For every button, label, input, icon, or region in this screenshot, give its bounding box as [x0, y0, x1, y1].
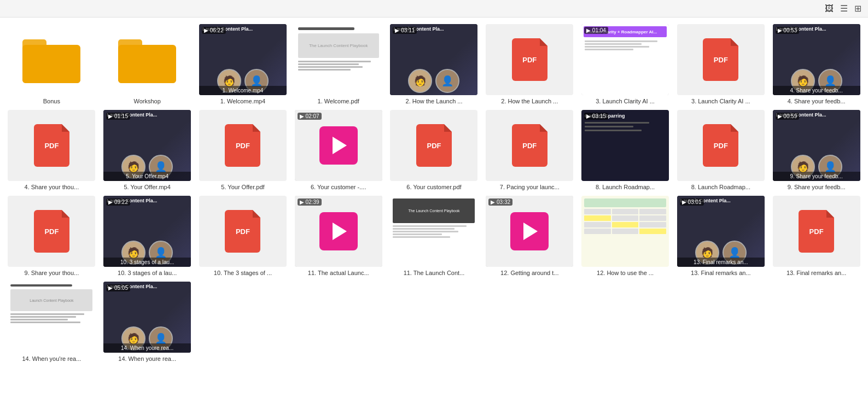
file-item[interactable]: Launch Content Pla... 🧑 👤 14. When youre… — [102, 282, 193, 362]
file-label: 4. Share your thou... — [25, 184, 79, 190]
file-label: 8. Launch Roadmap... — [596, 184, 655, 190]
file-item[interactable]: Launch Clarity + Roadmapper AI... ▶ 01:0… — [580, 24, 671, 104]
file-item[interactable]: Bonus — [7, 24, 97, 104]
file-item[interactable]: PDF 10. The 3 stages of ... — [198, 196, 288, 276]
file-item[interactable]: The Launch Content Playbook 1. Welcome.p… — [293, 24, 383, 104]
file-item[interactable]: PDF 8. Launch Roadmap... — [675, 110, 766, 190]
file-label: 3. Launch Clarity AI ... — [691, 98, 750, 104]
header: 🖼 ☰ ⊞ — [0, 0, 868, 17]
file-label: 5. Your Offer.pdf — [221, 184, 264, 190]
file-label: 1. Welcome.pdf — [318, 98, 359, 104]
svg-rect-5 — [118, 47, 176, 83]
file-label: 13. Final remarks an... — [691, 270, 750, 276]
file-item[interactable]: Launch Content Pla... 🧑 👤 1. Welcome.mp4… — [198, 24, 288, 104]
file-item[interactable]: ▶ 02:39 11. The actual Launc... — [293, 196, 383, 276]
file-grid: Bonus Workshop Launch Content Pla... 🧑 👤… — [7, 24, 861, 362]
file-label: 6. Your customer.pdf — [406, 184, 461, 190]
file-item[interactable]: Launch Content Pla... 🧑 👤 9. Share your … — [771, 110, 861, 190]
grid-wrap: Bonus Workshop Launch Content Pla... 🧑 👤… — [0, 17, 868, 403]
file-label: 7. Pacing your launc... — [500, 184, 560, 190]
file-item[interactable]: The Launch Content Playbook 11. The Laun… — [389, 196, 479, 276]
file-label: 10. 3 stages of a lau... — [118, 270, 177, 276]
file-item[interactable]: ▶ 02:07 6. Your customer -.... — [293, 110, 383, 190]
file-label: 2. How the Launch ... — [501, 98, 558, 104]
file-item[interactable]: PDF 7. Pacing your launc... — [485, 110, 575, 190]
file-item[interactable]: 12. How to use the ... — [580, 196, 671, 276]
file-label: 14. When you're rea... — [22, 355, 81, 362]
file-label: 1. Welcome.mp4 — [220, 98, 265, 104]
file-item[interactable]: PDF 3. Launch Clarity AI ... — [675, 24, 766, 104]
file-item[interactable]: PDF 4. Share your thou... — [7, 110, 97, 190]
file-label: 9. Share your thou... — [25, 270, 79, 276]
grid-container: Bonus Workshop Launch Content Pla... 🧑 👤… — [0, 17, 868, 369]
file-item[interactable]: Launch Content Pla... 🧑 👤 10. 3 stages o… — [102, 196, 193, 276]
file-item[interactable]: PDF 2. How the Launch ... — [485, 24, 575, 104]
file-item[interactable]: PDF 6. Your customer.pdf — [389, 110, 479, 190]
file-label: Workshop — [133, 98, 160, 104]
grid-icon[interactable]: ⊞ — [854, 3, 861, 14]
file-item[interactable]: Launch Content Playbook 14. When you're … — [7, 282, 97, 362]
file-label: 11. The Launch Cont... — [404, 270, 465, 276]
file-label: 14. When youre rea... — [118, 355, 176, 362]
file-item[interactable]: Launch Content Pla... 🧑 👤 ▶ 03:11 2. How… — [389, 24, 479, 104]
file-item[interactable]: PDF 5. Your Offer.pdf — [198, 110, 288, 190]
file-label: 12. Getting around t... — [500, 270, 558, 276]
file-label: 5. Your Offer.mp4 — [124, 184, 170, 190]
svg-rect-2 — [22, 47, 80, 83]
file-label: 2. How the Launch ... — [406, 98, 463, 104]
file-label: 3. Launch Clarity AI ... — [596, 98, 655, 104]
file-item[interactable]: Launch Content Pla... 🧑 👤 5. Your Offer.… — [102, 110, 193, 190]
file-item[interactable]: PDF 9. Share your thou... — [7, 196, 97, 276]
file-label: 12. How to use the ... — [597, 270, 654, 276]
file-item[interactable]: PDF 13. Final remarks an... — [771, 196, 861, 276]
file-label: 10. The 3 stages of ... — [214, 270, 272, 276]
file-label: 4. Share your feedb... — [788, 98, 846, 104]
file-label: 6. Your customer -.... — [311, 184, 366, 190]
list-icon[interactable]: ☰ — [840, 3, 848, 14]
file-item[interactable]: Workshop — [102, 24, 193, 104]
file-item[interactable]: Content Sparring ▶ 03:15 8. Launch Roadm… — [580, 110, 671, 190]
file-item[interactable]: ▶ 03:32 12. Getting around t... — [485, 196, 575, 276]
header-icons: 🖼 ☰ ⊞ — [825, 3, 861, 14]
file-label: 11. The actual Launc... — [308, 270, 369, 276]
file-item[interactable]: Launch Content Pla... 🧑 👤 4. Share your … — [771, 24, 861, 104]
image-icon[interactable]: 🖼 — [825, 4, 834, 14]
file-label: 9. Share your feedb... — [788, 184, 846, 190]
file-label: 13. Final remarks an... — [787, 270, 846, 276]
file-label: 8. Launch Roadmap... — [691, 184, 750, 190]
file-item[interactable]: Launch Content Pla... 🧑 👤 13. Final rema… — [675, 196, 766, 276]
file-label: Bonus — [43, 98, 60, 104]
